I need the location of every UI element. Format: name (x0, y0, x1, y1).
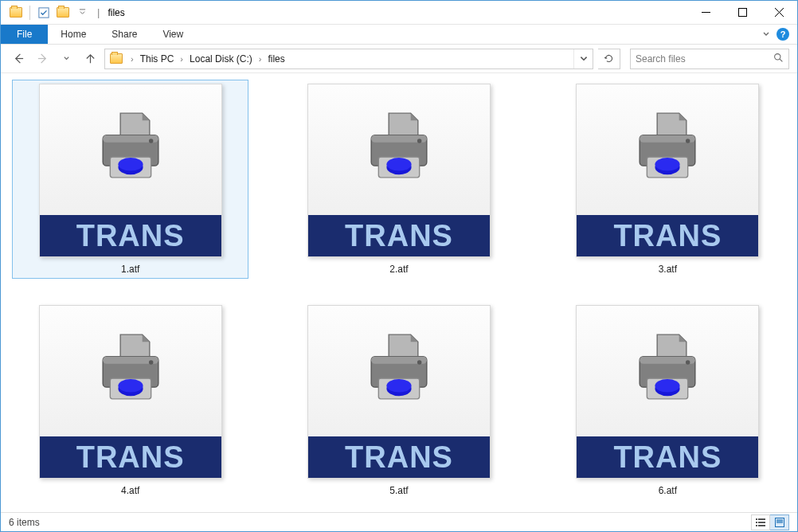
printer-icon (308, 306, 490, 436)
svg-point-33 (149, 360, 154, 365)
address-bar[interactable]: › This PC › Local Disk (C:) › files (104, 49, 593, 69)
file-thumbnail: TRANS (576, 305, 759, 479)
properties-icon[interactable] (35, 4, 53, 22)
svg-rect-47 (758, 518, 765, 520)
details-view-button[interactable] (751, 514, 770, 530)
file-badge: TRANS (577, 215, 758, 256)
status-bar: 6 items (1, 512, 797, 531)
svg-point-27 (686, 139, 690, 143)
qat-sep (29, 6, 30, 20)
chevron-right-icon[interactable]: › (256, 54, 265, 64)
file-name: 1.atf (121, 264, 139, 275)
forward-button[interactable] (33, 49, 52, 68)
ribbon-tabs: File Home Share View ? (1, 25, 797, 45)
printer-icon (40, 84, 221, 215)
svg-point-44 (655, 379, 680, 393)
svg-point-45 (686, 360, 690, 365)
svg-rect-3 (738, 9, 746, 17)
title-separator: | (97, 6, 100, 18)
help-icon[interactable]: ? (776, 28, 789, 41)
file-name: 3.atf (659, 264, 677, 275)
search-icon[interactable] (773, 52, 784, 66)
navbar: › This PC › Local Disk (C:) › files (1, 45, 797, 73)
up-button[interactable] (80, 49, 100, 68)
file-thumbnail: TRANS (307, 84, 491, 257)
item-count: 6 items (9, 517, 40, 528)
tab-view[interactable]: View (150, 25, 196, 44)
svg-point-26 (655, 158, 680, 171)
tab-home[interactable]: Home (48, 25, 99, 44)
printer-icon (308, 84, 490, 215)
file-name: 4.atf (121, 485, 139, 496)
new-folder-icon[interactable] (54, 4, 72, 22)
back-button[interactable] (9, 49, 28, 68)
breadcrumb-item[interactable]: This PC (137, 49, 178, 68)
tab-share[interactable]: Share (99, 25, 150, 44)
svg-point-8 (775, 53, 780, 59)
file-badge: TRANS (308, 436, 490, 478)
thumbnails-view-button[interactable] (770, 514, 789, 530)
svg-point-15 (149, 139, 154, 143)
tab-file[interactable]: File (1, 25, 48, 44)
maximize-button[interactable] (724, 1, 761, 25)
svg-rect-46 (756, 518, 757, 520)
svg-point-39 (417, 360, 422, 365)
recent-dropdown-icon[interactable] (57, 49, 76, 68)
breadcrumb-item[interactable]: Local Disk (C:) (186, 49, 256, 68)
file-thumbnail: TRANS (307, 305, 491, 479)
content-pane[interactable]: TRANS1.atf TRANS2.atf TRANS3.atf (1, 73, 797, 512)
svg-line-9 (780, 59, 782, 61)
titlebar: | files (1, 1, 797, 25)
file-item[interactable]: TRANS3.atf (550, 80, 786, 279)
svg-rect-51 (758, 525, 765, 526)
search-input[interactable] (636, 53, 773, 65)
svg-rect-48 (756, 522, 757, 523)
svg-point-32 (118, 379, 143, 393)
svg-rect-49 (758, 522, 765, 523)
file-thumbnail: TRANS (576, 84, 759, 257)
file-badge: TRANS (40, 436, 221, 478)
printer-icon (577, 306, 758, 436)
window-title: files (108, 7, 124, 18)
svg-point-38 (386, 379, 411, 393)
refresh-button[interactable] (598, 49, 620, 69)
file-name: 6.atf (659, 485, 677, 496)
file-item[interactable]: TRANS1.atf (12, 80, 248, 279)
file-name: 5.atf (389, 485, 408, 496)
chevron-right-icon[interactable]: › (177, 54, 186, 64)
file-badge: TRANS (577, 436, 758, 478)
close-button[interactable] (761, 1, 797, 25)
file-item[interactable]: TRANS5.atf (280, 301, 517, 500)
file-item[interactable]: TRANS6.atf (550, 301, 786, 500)
chevron-right-icon[interactable]: › (127, 54, 137, 64)
file-thumbnail: TRANS (39, 305, 222, 479)
file-item[interactable]: TRANS4.atf (12, 301, 248, 500)
svg-point-20 (386, 158, 411, 171)
svg-point-14 (118, 158, 143, 171)
printer-icon (40, 306, 221, 436)
collapse-ribbon-icon[interactable] (762, 27, 770, 41)
file-item[interactable]: TRANS2.atf (280, 80, 517, 279)
app-folder-icon[interactable] (7, 4, 25, 22)
address-dropdown-icon[interactable] (573, 49, 593, 68)
qat-dropdown-icon[interactable] (73, 4, 91, 22)
file-badge: TRANS (40, 215, 221, 256)
printer-icon (577, 84, 758, 215)
breadcrumb-item[interactable]: files (264, 49, 288, 68)
file-name: 2.atf (389, 264, 408, 275)
svg-rect-50 (756, 525, 757, 526)
file-thumbnail: TRANS (39, 84, 222, 257)
minimize-button[interactable] (687, 1, 724, 25)
svg-rect-53 (776, 519, 783, 523)
search-box[interactable] (630, 49, 789, 69)
file-badge: TRANS (308, 215, 490, 256)
folder-icon (105, 53, 127, 64)
svg-point-21 (417, 139, 422, 143)
